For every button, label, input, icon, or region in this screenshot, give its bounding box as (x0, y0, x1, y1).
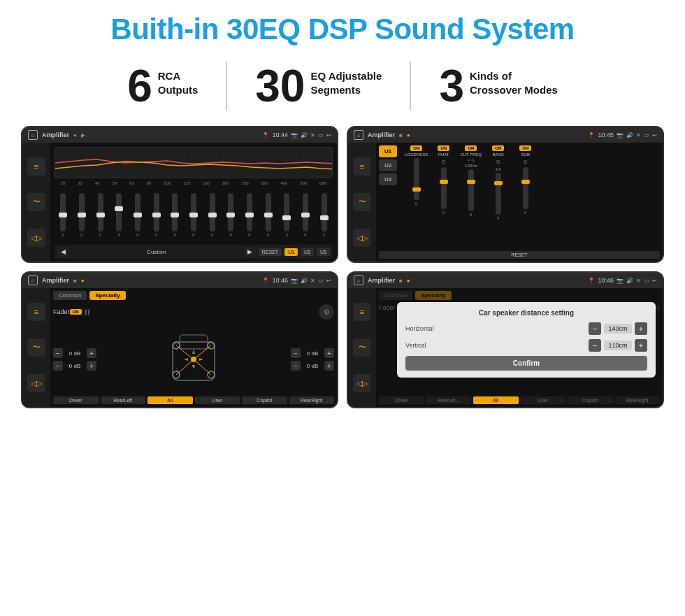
crossover-screen: ⌂ Amplifier ■ ● 📍 10:45 📷 🔊 ✕ ▭ ↩ (347, 126, 664, 263)
cut-freq-module: ON CUT FREQ FG 100Hz 0 (459, 145, 483, 249)
sub-module: ON SUB G 0 (513, 145, 538, 249)
vertical-row: Vertical − 110cm + (405, 339, 647, 352)
eq-freq-labels: 25 32 40 50 63 80 100 125 160 200 250 32… (55, 181, 333, 185)
crossover-sidebar-btn-1[interactable]: ≡ (353, 157, 371, 176)
tab-specialty[interactable]: Specialty (89, 291, 125, 300)
tab-common[interactable]: Common (53, 291, 87, 300)
dist-btn-rearright[interactable]: RearRight (615, 396, 661, 404)
confirm-button[interactable]: Confirm (405, 356, 647, 371)
distance-time: 10:46 (598, 277, 614, 284)
dist-btn-driver[interactable]: Driver (379, 396, 424, 404)
btn-all[interactable]: All (147, 396, 193, 404)
horizontal-label: Horizontal (405, 325, 447, 332)
fader-sidebar-btn-2[interactable]: 〜 (27, 338, 45, 357)
distance-sidebar-btn-2[interactable]: 〜 (353, 338, 371, 357)
btn-copilot[interactable]: Copilot (242, 396, 287, 404)
u1-button[interactable]: U1 (379, 145, 397, 157)
vol-minus-tl[interactable]: − (53, 348, 63, 358)
vertical-value: 110cm (604, 341, 632, 350)
fader-on-badge[interactable]: ON (70, 309, 82, 315)
svg-marker-15 (199, 358, 203, 361)
dist-btn-user[interactable]: User (521, 396, 566, 404)
sub-slider[interactable] (523, 167, 528, 209)
btn-user[interactable]: User (195, 396, 240, 404)
bass-label: BASS (493, 152, 504, 157)
bass-slider[interactable] (496, 173, 501, 215)
phat-slider[interactable] (441, 167, 447, 209)
dist-btn-rearleft[interactable]: RearLef... (426, 396, 472, 404)
vol-plus-br[interactable]: + (324, 361, 334, 371)
vertical-plus-btn[interactable]: + (635, 339, 647, 352)
eq-u3-button[interactable]: U3 (317, 248, 330, 256)
equalizer-icon: ≡ (34, 162, 38, 171)
btn-driver[interactable]: Driver (53, 396, 99, 404)
eq-slider-3: 5 (116, 193, 122, 237)
eq-u2-button[interactable]: U2 (301, 248, 314, 256)
bass-module: ON BASS G 3.0 0 (486, 145, 510, 249)
crossover-main-content: U1 U2 U3 ON LOUDNESS (376, 143, 663, 262)
eq-sliders: 0 0 0 5 0 0 0 0 0 0 0 0 -1 0 -1 (55, 187, 333, 243)
stat-number-3: 3 (439, 64, 464, 108)
fader-sidebar-btn-1[interactable]: ≡ (27, 303, 45, 321)
wave-icon: 〜 (33, 196, 41, 207)
u3-button[interactable]: U3 (379, 173, 397, 185)
dist-btn-all[interactable]: All (473, 396, 519, 404)
crossover-top: U1 U2 U3 ON LOUDNESS (379, 145, 660, 249)
screens-grid: ⌂ Amplifier ● ▶ 📍 10:44 📷 🔊 ✕ ▭ ↩ (21, 126, 664, 408)
phat-label: PHAT (438, 152, 449, 157)
eq-screen-body: ≡ 〜 ◁▷ (22, 143, 337, 262)
stat-eq: 30 EQ Adjustable Segments (227, 64, 410, 108)
eq-u1-button[interactable]: U1 (284, 248, 298, 256)
vertical-minus-btn[interactable]: − (589, 339, 601, 352)
cut-freq-slider[interactable] (468, 169, 474, 211)
horizontal-minus-btn[interactable]: − (589, 322, 601, 335)
u2-button[interactable]: U2 (379, 159, 397, 171)
btn-rearleft[interactable]: RearLeft (101, 396, 146, 404)
eq-slider-4: 0 (135, 193, 140, 237)
fader-settings-btn[interactable]: ⚙ (319, 304, 334, 320)
car-svg (166, 324, 222, 394)
eq-slider-12: -1 (284, 193, 289, 237)
eq-slider-14: -1 (322, 193, 327, 237)
vol-minus-tr[interactable]: − (291, 348, 301, 358)
eq-next-button[interactable]: ▶ (245, 247, 256, 257)
crossover-time: 10:45 (598, 131, 614, 138)
crossover-u-col: U1 U2 U3 (379, 145, 397, 249)
eq-prev-button[interactable]: ◀ (57, 247, 68, 257)
horizontal-plus-btn[interactable]: + (635, 322, 647, 335)
vol-minus-br[interactable]: − (291, 361, 301, 371)
vol-minus-bl[interactable]: − (53, 361, 63, 371)
distance-sidebar-btn-3[interactable]: ◁▷ (353, 374, 371, 392)
fader-status-bar: ⌂ Amplifier ■ ● 📍 10:46 📷 🔊 ✕ ▭ ↩ (22, 273, 337, 288)
eq-slider-6: 0 (172, 193, 178, 237)
vol-plus-tr[interactable]: + (324, 348, 334, 358)
eq-sidebar-btn-2[interactable]: 〜 (27, 193, 45, 211)
eq-preset-label: Custom (71, 249, 242, 255)
wave-icon-4: 〜 (359, 342, 366, 352)
btn-rearright[interactable]: RearRight (289, 396, 335, 404)
eq-slider-8: 0 (210, 193, 215, 237)
sub-on-badge[interactable]: ON (519, 145, 531, 151)
fader-sidebar-btn-3[interactable]: ◁▷ (27, 374, 45, 392)
eq-sidebar-btn-1[interactable]: ≡ (27, 157, 45, 176)
crossover-reset-button[interactable]: RESET (379, 251, 660, 259)
vol-val-tl: 0 dB (65, 350, 85, 357)
eq-reset-button[interactable]: RESET (259, 248, 282, 256)
dist-btn-copilot[interactable]: Copilot (568, 396, 613, 404)
loudness-slider[interactable] (414, 158, 419, 200)
cut-freq-on-badge[interactable]: ON (465, 145, 477, 151)
vol-plus-tl[interactable]: + (87, 348, 96, 358)
bass-on-badge[interactable]: ON (492, 145, 504, 151)
eq-sidebar-btn-3[interactable]: ◁▷ (27, 229, 45, 247)
crossover-sidebar-btn-2[interactable]: 〜 (353, 193, 371, 211)
speaker-icon-4: ◁▷ (356, 379, 368, 388)
eq-graph (55, 147, 333, 178)
distance-screen-body: ≡ 〜 ◁▷ Common Specialty (348, 288, 663, 407)
vol-plus-bl[interactable]: + (87, 361, 96, 371)
fader-sidebar: ≡ 〜 ◁▷ (22, 288, 50, 407)
distance-sidebar-btn-1[interactable]: ≡ (353, 303, 371, 321)
fader-on-row: Fader ON ∥∥ ⚙ (53, 304, 334, 320)
phat-on-badge[interactable]: ON (438, 145, 449, 151)
crossover-sidebar-btn-3[interactable]: ◁▷ (353, 229, 371, 247)
loudness-on-badge[interactable]: ON (410, 145, 422, 151)
